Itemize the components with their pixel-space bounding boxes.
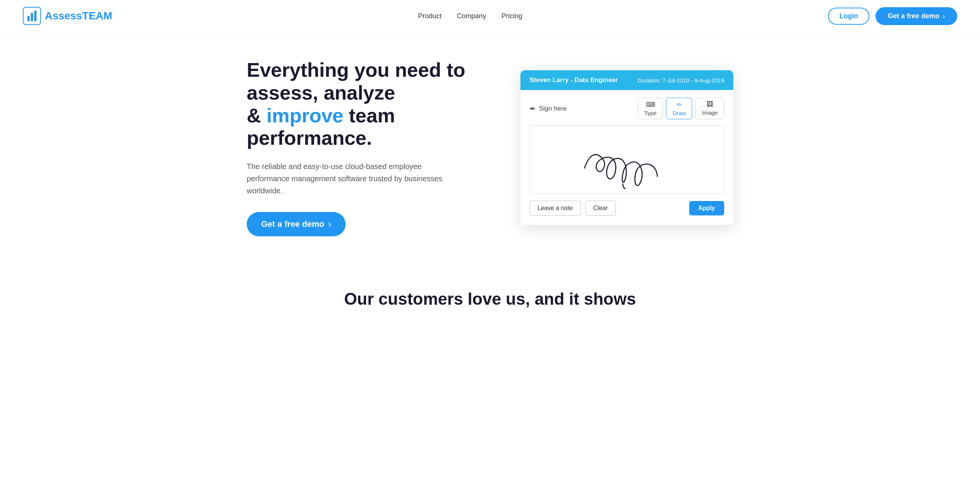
sign-here-label: ✒ Sign here: [530, 104, 567, 113]
hero-widget: Steven Larry - Data Engineer Duration: 7…: [520, 70, 733, 225]
type-icon: ⌨: [646, 101, 655, 109]
widget-duration: Duration: 7-Jul-2019 - 9-Aug-2019: [638, 77, 724, 84]
leave-note-button[interactable]: Leave a note: [530, 201, 581, 216]
tab-image[interactable]: 🖼 Image: [695, 98, 724, 119]
logo-bar-3: [34, 11, 37, 21]
logo-text: AssessTEAM: [45, 10, 112, 22]
nav-demo-button[interactable]: Get a free demo ›: [875, 7, 957, 25]
hero-text: Everything you need to assess, analyze &…: [247, 59, 475, 237]
tab-type[interactable]: ⌨ Type: [638, 98, 663, 119]
image-icon: 🖼: [707, 101, 713, 108]
nav-link-company[interactable]: Company: [457, 12, 486, 20]
widget-sign-row: ✒ Sign here ⌨ Type ✏ Draw 🖼: [530, 98, 724, 119]
signature-widget: Steven Larry - Data Engineer Duration: 7…: [520, 70, 733, 225]
nav-link-pricing[interactable]: Pricing: [501, 12, 522, 20]
logo-team: TEAM: [82, 10, 112, 22]
widget-employee-name: Steven Larry - Data Engineer: [530, 76, 618, 84]
tab-draw[interactable]: ✏ Draw: [666, 98, 692, 119]
widget-header: Steven Larry - Data Engineer Duration: 7…: [520, 70, 733, 90]
widget-footer: Leave a note Clear Apply: [530, 201, 724, 216]
hero-heading-part1: Everything you need to assess, analyze: [247, 59, 465, 104]
logo-bar-1: [27, 16, 30, 21]
widget-tabs: ⌨ Type ✏ Draw 🖼 Image: [638, 98, 724, 119]
hero-heading-highlight: improve: [266, 105, 343, 127]
nav-actions: Login Get a free demo ›: [828, 7, 957, 25]
nav-links: Product Company Pricing: [418, 12, 522, 20]
draw-icon: ✏: [677, 101, 682, 109]
bottom-heading: Our customers love us, and it shows: [15, 289, 965, 308]
sign-pen-icon: ✒: [530, 104, 536, 113]
widget-body: ✒ Sign here ⌨ Type ✏ Draw 🖼: [520, 90, 733, 225]
hero-heading-part2: &: [247, 105, 266, 127]
hero-subtext: The reliable and easy-to-use cloud-based…: [247, 160, 444, 197]
nav-link-product[interactable]: Product: [418, 12, 442, 20]
navbar: AssessTEAM Product Company Pricing Login…: [0, 0, 980, 32]
signature-canvas[interactable]: [530, 125, 724, 194]
logo-icon: [23, 7, 41, 25]
apply-button[interactable]: Apply: [689, 201, 724, 216]
clear-button[interactable]: Clear: [585, 201, 616, 216]
hero-demo-button[interactable]: Get a free demo ›: [247, 212, 345, 237]
hero-section: Everything you need to assess, analyze &…: [224, 32, 756, 267]
bottom-section: Our customers love us, and it shows: [0, 267, 980, 324]
logo-assess: Assess: [45, 10, 82, 22]
signature-svg: [530, 126, 724, 194]
login-button[interactable]: Login: [828, 8, 869, 25]
hero-heading: Everything you need to assess, analyze &…: [247, 59, 475, 150]
logo[interactable]: AssessTEAM: [23, 7, 112, 25]
logo-bar-2: [31, 13, 33, 21]
sign-here-text: Sign here: [539, 105, 567, 113]
